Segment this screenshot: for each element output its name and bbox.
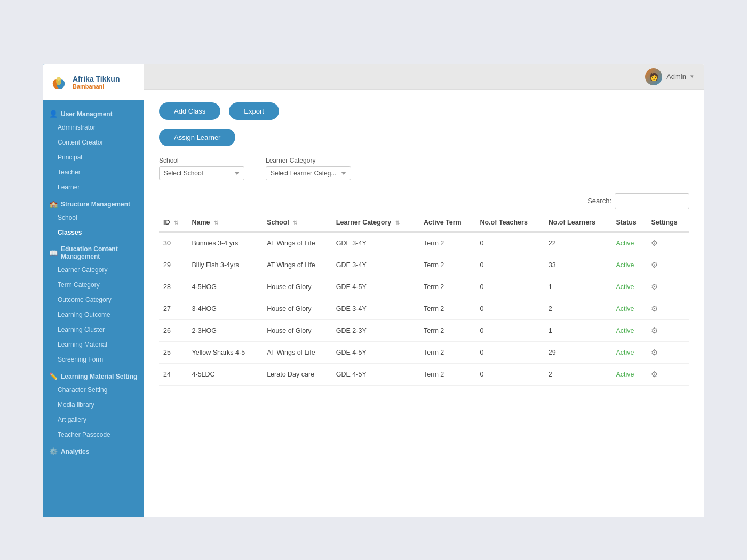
status-badge: Active — [616, 261, 634, 269]
sidebar-item-content-creator[interactable]: Content Creator — [43, 135, 144, 150]
status-badge: Active — [616, 349, 634, 356]
col-status: Status — [612, 213, 647, 232]
settings-gear-icon[interactable]: ⚙ — [651, 370, 658, 379]
cell-no-teachers: 0 — [475, 342, 544, 364]
cell-settings[interactable]: ⚙ — [647, 342, 689, 364]
add-class-button[interactable]: Add Class — [159, 102, 220, 120]
sidebar-section-label: Education Content Management — [61, 245, 138, 260]
settings-gear-icon[interactable]: ⚙ — [651, 304, 658, 313]
learner-category-select[interactable]: Select Learner Categ... — [266, 166, 351, 180]
sidebar-item-learning-material[interactable]: Learning Material — [43, 337, 144, 352]
cell-settings[interactable]: ⚙ — [647, 298, 689, 320]
search-label: Search: — [587, 193, 611, 209]
cell-school: House of Glory — [263, 298, 332, 320]
cell-status: Active — [612, 254, 647, 276]
sidebar-item-art-gallery[interactable]: Art gallery — [43, 412, 144, 427]
classes-table: ID ⇅ Name ⇅ School ⇅ Learner Category ⇅ … — [159, 213, 689, 386]
cell-no-learners: 2 — [544, 298, 612, 320]
sidebar-navigation: 👤 User Managment Administrator Content C… — [43, 100, 144, 517]
logo-title: Afrika Tikkun — [73, 75, 120, 84]
sidebar-item-learner-category[interactable]: Learner Category — [43, 262, 144, 277]
sort-icon-school: ⇅ — [293, 220, 297, 226]
sidebar-item-administrator[interactable]: Administrator — [43, 120, 144, 135]
table-row: 27 3-4HOG House of Glory GDE 3-4Y Term 2… — [159, 298, 689, 320]
sidebar-item-learner[interactable]: Learner — [43, 180, 144, 195]
admin-menu[interactable]: 🧑 Admin ▾ — [645, 68, 694, 85]
cell-school: House of Glory — [263, 276, 332, 298]
col-name: Name ⇅ — [188, 213, 263, 232]
cell-status: Active — [612, 342, 647, 364]
cell-no-teachers: 0 — [475, 232, 544, 254]
structure-icon: 🏫 — [49, 200, 58, 208]
action-buttons-row1: Add Class Export — [159, 102, 689, 120]
cell-no-teachers: 0 — [475, 364, 544, 386]
cell-name: 4-5LDC — [188, 364, 263, 386]
export-button[interactable]: Export — [229, 102, 279, 120]
sidebar-section-lm-setting: ✏️ Learning Material Setting — [43, 367, 144, 382]
table-row: 24 4-5LDC Lerato Day care GDE 4-5Y Term … — [159, 364, 689, 386]
main-content: 🧑 Admin ▾ Add Class Export Assign Learne… — [144, 64, 704, 517]
sidebar-item-character-setting[interactable]: Character Setting — [43, 382, 144, 397]
col-no-learners: No.of Learners — [544, 213, 612, 232]
sidebar-item-classes[interactable]: Classes — [43, 225, 144, 240]
school-select[interactable]: Select School — [159, 166, 244, 180]
school-filter: School Select School — [159, 157, 244, 180]
col-school: School ⇅ — [263, 213, 332, 232]
search-input[interactable] — [615, 193, 689, 209]
user-management-icon: 👤 — [49, 110, 58, 118]
sidebar-item-media-library[interactable]: Media library — [43, 397, 144, 412]
filters-row: School Select School Learner Category Se… — [159, 157, 689, 180]
logo-text: Afrika Tikkun Bambanani — [73, 75, 120, 90]
school-filter-label: School — [159, 157, 244, 164]
cell-no-learners: 22 — [544, 232, 612, 254]
cell-id: 30 — [159, 232, 188, 254]
sidebar-section-label: User Managment — [61, 110, 113, 118]
sidebar-section-label: Structure Management — [61, 201, 130, 208]
settings-gear-icon[interactable]: ⚙ — [651, 238, 658, 247]
sidebar-item-principal[interactable]: Principal — [43, 150, 144, 165]
cell-id: 25 — [159, 342, 188, 364]
sort-icon-id: ⇅ — [174, 220, 178, 226]
settings-gear-icon[interactable]: ⚙ — [651, 282, 658, 291]
sidebar-item-school[interactable]: School — [43, 210, 144, 225]
cell-settings[interactable]: ⚙ — [647, 320, 689, 342]
cell-no-teachers: 0 — [475, 320, 544, 342]
sidebar-section-analytics[interactable]: ⚙️ Analytics — [43, 442, 144, 458]
cell-school: AT Wings of Life — [263, 254, 332, 276]
cell-learner-category: GDE 2-3Y — [332, 320, 419, 342]
cell-settings[interactable]: ⚙ — [647, 254, 689, 276]
sidebar-item-term-category[interactable]: Term Category — [43, 277, 144, 292]
cell-no-learners: 1 — [544, 320, 612, 342]
sidebar-item-teacher-passcode[interactable]: Teacher Passcode — [43, 427, 144, 442]
sidebar-item-outcome-category[interactable]: Outcome Category — [43, 292, 144, 307]
education-icon: 📖 — [49, 249, 58, 257]
cell-status: Active — [612, 276, 647, 298]
sidebar-item-screening-form[interactable]: Screening Form — [43, 352, 144, 367]
sort-icon-name: ⇅ — [214, 220, 218, 226]
assign-learner-button[interactable]: Assign Learner — [159, 129, 235, 146]
settings-gear-icon[interactable]: ⚙ — [651, 326, 658, 335]
admin-label: Admin — [666, 73, 686, 81]
cell-no-teachers: 0 — [475, 298, 544, 320]
analytics-icon: ⚙️ — [49, 447, 58, 455]
cell-settings[interactable]: ⚙ — [647, 232, 689, 254]
cell-status: Active — [612, 232, 647, 254]
cell-active-term: Term 2 — [419, 276, 475, 298]
settings-gear-icon[interactable]: ⚙ — [651, 348, 658, 357]
sidebar-item-learning-cluster[interactable]: Learning Cluster — [43, 322, 144, 337]
cell-active-term: Term 2 — [419, 342, 475, 364]
cell-id: 26 — [159, 320, 188, 342]
chevron-down-icon: ▾ — [690, 73, 694, 80]
settings-gear-icon[interactable]: ⚙ — [651, 260, 658, 269]
sidebar-item-teacher[interactable]: Teacher — [43, 165, 144, 180]
sidebar-section-education: 📖 Education Content Management — [43, 240, 144, 262]
table-row: 26 2-3HOG House of Glory GDE 2-3Y Term 2… — [159, 320, 689, 342]
cell-no-learners: 29 — [544, 342, 612, 364]
cell-settings[interactable]: ⚙ — [647, 364, 689, 386]
cell-settings[interactable]: ⚙ — [647, 276, 689, 298]
sidebar-item-learning-outcome[interactable]: Learning Outcome — [43, 307, 144, 322]
cell-name: 4-5HOG — [188, 276, 263, 298]
status-badge: Active — [616, 371, 634, 378]
cell-school: AT Wings of Life — [263, 342, 332, 364]
cell-learner-category: GDE 3-4Y — [332, 254, 419, 276]
